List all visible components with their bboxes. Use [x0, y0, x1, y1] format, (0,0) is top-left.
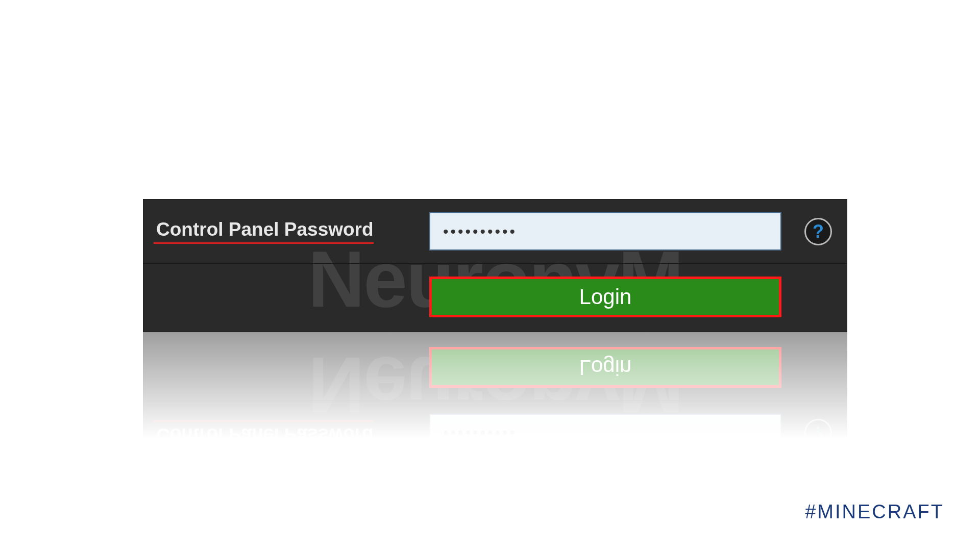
- login-button-label: Login: [579, 285, 632, 309]
- password-input[interactable]: [429, 212, 781, 251]
- question-mark-icon: ?: [813, 222, 824, 241]
- login-panel: NeuronvM Control Panel Password ? Login: [143, 199, 847, 332]
- password-label: Control Panel Password: [154, 219, 374, 244]
- password-row: Control Panel Password ?: [143, 199, 847, 264]
- login-panel-container: NeuronvM Control Panel Password ? Login …: [143, 199, 847, 465]
- help-button[interactable]: ?: [804, 218, 832, 245]
- reflection-effect: NeuronvM Control Panel Password ? Login: [143, 332, 847, 465]
- login-button[interactable]: Login: [429, 277, 781, 317]
- hashtag-text: #MINECRAFT: [805, 501, 944, 523]
- login-row: Login: [143, 264, 847, 332]
